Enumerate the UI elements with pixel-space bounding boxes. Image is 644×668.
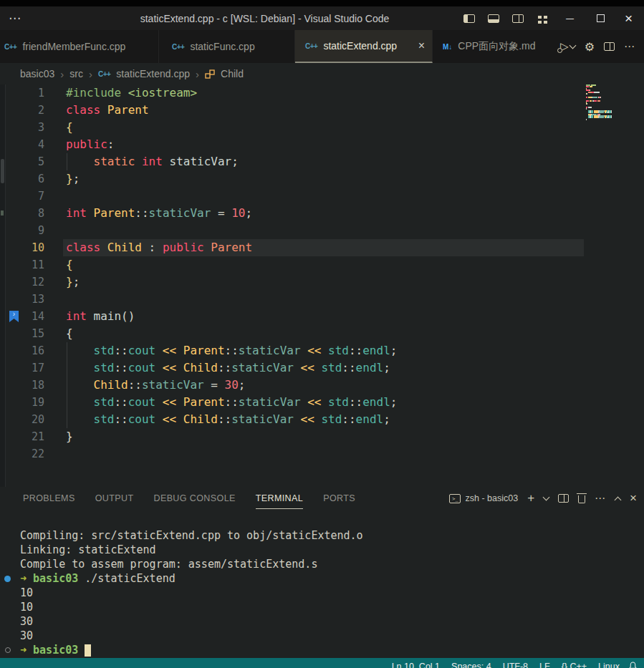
terminal-dropdown-chevron[interactable] [543, 494, 550, 501]
chevron-down-icon[interactable] [569, 42, 576, 49]
window-title: staticExtend.cpp - c [WSL: Debian] - Vis… [86, 13, 443, 24]
code-line[interactable]: 11{ [0, 256, 644, 274]
indent-guide [67, 342, 67, 428]
tab-friendmemberfunc[interactable]: C++ friendMemberFunc.cpp [0, 30, 159, 63]
code-line[interactable]: 17 std::cout << Child::staticVar << std:… [0, 359, 644, 377]
tab-label: CPP面向对象.md [458, 40, 535, 53]
code-line[interactable]: 19 std::cout << Parent::staticVar << std… [0, 394, 644, 411]
code-line[interactable]: 2class Parent [0, 102, 644, 119]
tab-staticextend[interactable]: C++ staticExtend.cpp × [295, 30, 433, 63]
minimize-button[interactable]: ─ [566, 13, 574, 24]
split-editor-button[interactable] [604, 42, 615, 51]
breadcrumb-item-file[interactable]: staticExtend.cpp [116, 68, 190, 79]
run-debug-icon: ▷ [560, 40, 569, 53]
editor-actions: ▷ ⚙ ⋯ [560, 30, 644, 63]
panel-more-actions-button[interactable]: ⋯ [595, 492, 606, 505]
status-items: Ln 10, Col 1Spaces: 4UTF-8LF{} C++Linux [392, 662, 620, 668]
gutter-line-number: 19 [0, 394, 44, 411]
terminal-line: 10 [0, 600, 644, 614]
gutter-line-number: 21 [0, 428, 44, 445]
status-item[interactable]: LF [539, 662, 550, 668]
panel-header: PROBLEMS OUTPUT DEBUG CONSOLE TERMINAL P… [0, 487, 644, 510]
minimap[interactable] [586, 84, 619, 122]
panel-tab-terminal[interactable]: TERMINAL [256, 493, 303, 503]
status-item[interactable]: Linux [598, 662, 620, 668]
gutter-line-number: 13 [0, 291, 44, 308]
code-line[interactable]: 18 Child::staticVar = 30; [0, 377, 644, 394]
editor-tab-bar: C++ friendMemberFunc.cpp C++ staticFunc.… [0, 30, 644, 63]
gear-icon[interactable]: ⚙ [585, 40, 595, 54]
new-terminal-button[interactable]: + [527, 491, 534, 505]
terminal-profile-label: zsh - basic03 [465, 493, 518, 503]
status-item[interactable]: Ln 10, Col 1 [392, 662, 440, 668]
code-line[interactable]: 10class Child : public Parent [0, 239, 644, 256]
toggle-sidebar-icon[interactable] [463, 14, 475, 23]
gutter-line-number: 12 [0, 274, 44, 291]
prompt-decoration[interactable] [5, 647, 11, 653]
code-line[interactable]: 8int Parent::staticVar = 10; [0, 205, 644, 222]
breadcrumb-item-src[interactable]: src [69, 68, 83, 79]
code-line[interactable]: 14int main() [0, 308, 644, 325]
gutter-line-number: 4 [0, 136, 44, 153]
code-line[interactable]: 5 static int staticVar; [0, 153, 644, 170]
code-line[interactable]: 1#include <iostream> [0, 84, 644, 102]
gutter-line-number: 15 [0, 325, 44, 342]
tab-staticfunc[interactable]: C++ staticFunc.cpp [159, 30, 295, 63]
maximize-button[interactable] [597, 14, 605, 22]
tab-cpp-markdown[interactable]: M↓ CPP面向对象.md [433, 30, 552, 63]
vscode-window: ⋯ staticExtend.cpp - c [WSL: Debian] - V… [0, 0, 644, 668]
code-editor[interactable]: 1#include <iostream>2class Parent3{4publ… [0, 84, 644, 487]
gutter-line-number: 14 [0, 308, 44, 325]
run-debug-button[interactable]: ▷ [560, 40, 575, 53]
code-line[interactable]: 13 [0, 291, 644, 308]
toggle-secondary-sidebar-icon[interactable] [512, 14, 524, 23]
gutter-line-number: 1 [0, 84, 44, 102]
code-line[interactable]: 9 [0, 222, 644, 239]
code-line[interactable]: 16 std::cout << Parent::staticVar << std… [0, 342, 644, 359]
status-item[interactable]: Spaces: 4 [451, 662, 491, 668]
close-panel-button[interactable]: × [630, 491, 637, 505]
code-line[interactable]: 3{ [0, 119, 644, 136]
code-line[interactable]: 15{ [0, 325, 644, 342]
more-actions-button[interactable]: ⋯ [624, 40, 635, 53]
window-menu-icon[interactable]: ⋯ [0, 11, 29, 26]
terminal-line: Linking: staticExtend [0, 543, 644, 557]
code-line[interactable]: 7 [0, 188, 644, 205]
top-black-strip [0, 0, 644, 6]
gutter-line-number: 17 [0, 359, 44, 377]
code-line[interactable]: 22 [0, 445, 644, 463]
breadcrumb-item-symbol[interactable]: Child [221, 68, 244, 79]
kill-terminal-button[interactable] [578, 495, 585, 503]
gutter-line-number: 2 [0, 102, 44, 119]
code-line[interactable]: 4public: [0, 136, 644, 153]
gutter-line-number: 18 [0, 377, 44, 394]
code-line[interactable]: 6}; [0, 170, 644, 188]
code-line[interactable]: 20 std::cout << Child::staticVar << std:… [0, 411, 644, 428]
titlebar-controls: ─ × [457, 6, 644, 30]
breadcrumb-item-basic03[interactable]: basic03 [20, 68, 54, 79]
tab-close-icon[interactable]: × [414, 39, 425, 52]
panel-tab-output[interactable]: OUTPUT [95, 493, 134, 503]
gutter-line-number: 3 [0, 119, 44, 136]
terminal-output[interactable]: Compiling: src/staticExtend.cpp to obj/s… [0, 510, 644, 658]
chevron-right-icon: › [196, 68, 199, 80]
terminal-profile-badge[interactable]: >_ zsh - basic03 [449, 493, 518, 503]
terminal-line: 10 [0, 586, 644, 600]
status-bar: Ln 10, Col 1Spaces: 4UTF-8LF{} C++Linux [0, 658, 644, 668]
command-success-decoration[interactable] [4, 576, 11, 582]
customize-layout-icon[interactable] [537, 14, 548, 23]
panel-tab-ports[interactable]: PORTS [323, 493, 355, 503]
toggle-panel-icon[interactable] [488, 14, 499, 23]
split-terminal-button[interactable] [558, 494, 569, 503]
panel-tab-debug-console[interactable]: DEBUG CONSOLE [153, 493, 235, 503]
bell-icon[interactable] [628, 662, 638, 668]
status-item[interactable]: {} C++ [562, 662, 587, 668]
gutter-line-number: 10 [0, 239, 44, 256]
panel-tab-problems[interactable]: PROBLEMS [23, 493, 75, 503]
code-line[interactable]: 12}; [0, 274, 644, 291]
code-line[interactable]: 21} [0, 428, 644, 445]
status-item[interactable]: UTF-8 [503, 662, 528, 668]
chevron-right-icon: › [89, 68, 92, 80]
maximize-panel-button[interactable] [615, 496, 622, 503]
close-window-button[interactable]: × [625, 11, 633, 26]
